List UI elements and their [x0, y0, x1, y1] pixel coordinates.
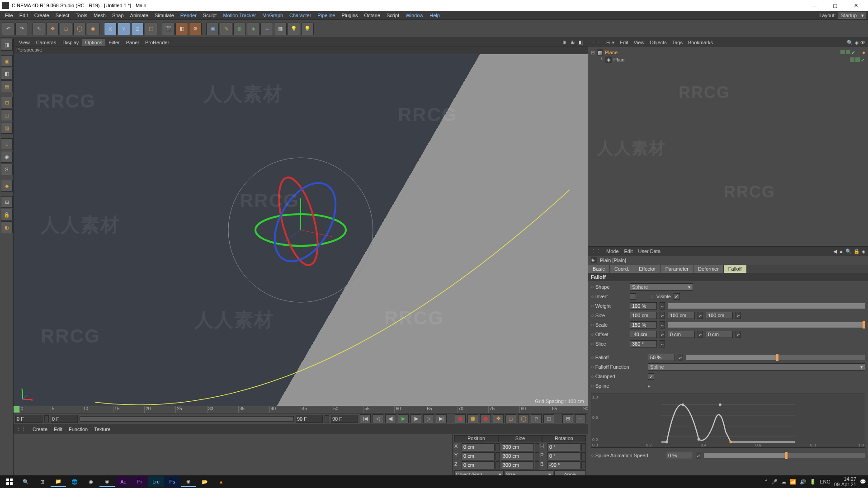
objmgr-search-icon[interactable]: 🔍 — [847, 40, 853, 46]
taskbar-edge[interactable]: 🌐 — [67, 476, 82, 487]
key-scale-button[interactable]: □ — [505, 414, 516, 423]
minimize-button[interactable]: — — [804, 0, 825, 11]
falloff2-slider[interactable] — [686, 355, 865, 360]
move-tool[interactable]: ✥ — [46, 23, 59, 35]
timeline-dope-button[interactable]: ≡ — [575, 414, 586, 423]
objmgr-objects[interactable]: Objects — [650, 40, 666, 45]
workplane-mode[interactable]: ▤ — [1, 80, 13, 92]
attrmgr-mode[interactable]: Mode — [606, 249, 619, 254]
spline-expand-icon[interactable]: ▸ — [648, 383, 651, 389]
scale-input[interactable]: 150 % — [630, 321, 657, 328]
key-param-button[interactable]: P — [531, 414, 542, 423]
coord-rot-Y[interactable]: 0 ° — [547, 452, 580, 460]
tab-effector[interactable]: Effector — [634, 265, 661, 273]
weight-input[interactable]: 100 % — [630, 302, 657, 310]
add-deformer[interactable]: ◈ — [247, 23, 259, 35]
menu-create[interactable]: Create — [31, 12, 52, 19]
spline-graph[interactable]: 1.0 0.6 0.2 0.0 0.2 0.4 0.6 0.8 1.0 — [591, 394, 865, 448]
record-button[interactable] — [455, 414, 466, 423]
model-mode[interactable]: ▣ — [1, 55, 13, 67]
x-axis-lock[interactable]: X — [104, 23, 117, 35]
render-view[interactable]: 🎬 — [162, 23, 175, 35]
timeline-ruler[interactable]: 051015202530354045505560657075808590 — [14, 406, 588, 413]
render-settings[interactable]: ⚙ — [189, 23, 202, 35]
tab-coord[interactable]: Coord. — [610, 265, 634, 273]
tab-deformer[interactable]: Deformer — [693, 265, 724, 273]
tray-clock[interactable]: 14:27 09-Apr-21 — [834, 476, 856, 487]
next-key-button[interactable]: ▷ — [423, 414, 434, 423]
key-pla-button[interactable]: ◫ — [543, 414, 554, 423]
size-x-input[interactable]: 100 cm — [630, 312, 657, 319]
tab-parameter[interactable]: Parameter — [661, 265, 693, 273]
menu-simulate[interactable]: Simulate — [151, 12, 177, 19]
attr-back-icon[interactable]: ◀ — [833, 249, 837, 254]
keyframe-sel-button[interactable] — [480, 414, 491, 423]
coord-size-X[interactable]: 300 cm — [501, 443, 534, 451]
taskbar-explorer[interactable]: 📁 — [51, 476, 66, 487]
taskbar-ae[interactable]: Ae — [116, 476, 131, 487]
clamped-checkbox[interactable]: ✓ — [648, 373, 654, 380]
objmgr-filter-icon[interactable]: ◈ — [855, 40, 859, 46]
menu-select[interactable]: Select — [52, 12, 73, 19]
snap-toggle[interactable]: S — [1, 164, 13, 175]
coord-size-Y[interactable]: 300 cm — [501, 452, 534, 460]
start-button[interactable] — [2, 476, 17, 487]
menu-pipeline[interactable]: Pipeline — [314, 12, 338, 19]
undo-button[interactable]: ↶ — [2, 23, 14, 35]
taskbar-folder[interactable]: 📂 — [197, 476, 212, 487]
coord-pos-Y[interactable]: 0 cm — [462, 452, 495, 460]
step-fwd-button[interactable]: |▶ — [410, 414, 421, 423]
range-end-input[interactable] — [331, 415, 358, 423]
menu-window[interactable]: Window — [402, 12, 426, 19]
tab-basic[interactable]: Basic — [588, 265, 610, 273]
prev-key-button[interactable]: ◁ — [373, 414, 383, 423]
key-pos-button[interactable]: ✥ — [493, 414, 504, 423]
size-z-input[interactable]: 100 cm — [706, 312, 733, 319]
vp-prorender[interactable]: ProRender — [142, 39, 172, 46]
tray-onedrive-icon[interactable]: ☁ — [781, 479, 786, 485]
add-camera[interactable]: ▦ — [274, 23, 287, 35]
menu-motion-tracker[interactable]: Motion Tracker — [220, 12, 259, 19]
menu-snap[interactable]: Snap — [109, 12, 127, 19]
attr-up-icon[interactable]: ▲ — [839, 249, 844, 254]
material-area[interactable] — [14, 434, 452, 475]
vp-panel[interactable]: Panel — [123, 39, 142, 46]
recent-tool[interactable]: ◉ — [87, 23, 99, 35]
size-y-input[interactable]: 100 cm — [668, 312, 695, 319]
invert-checkbox[interactable] — [630, 293, 636, 300]
extra-tool[interactable]: ◐ — [1, 221, 13, 233]
viewport-solo[interactable]: ⊞ — [1, 196, 13, 208]
taskbar-vlc[interactable]: ▲ — [213, 476, 229, 487]
search-button[interactable]: 🔍 — [18, 476, 33, 487]
menu-help[interactable]: Help — [426, 12, 443, 19]
tray-lang[interactable]: ENG — [820, 479, 830, 484]
tray-notifications-icon[interactable]: 💬 — [860, 479, 866, 485]
tray-wifi-icon[interactable]: 📶 — [790, 479, 796, 485]
rotate-tool[interactable]: ◯ — [73, 23, 86, 35]
objmgr-edit[interactable]: Edit — [620, 40, 628, 45]
menu-render[interactable]: Render — [177, 12, 200, 19]
scale-slider[interactable] — [668, 322, 865, 328]
menu-octane[interactable]: Octane — [361, 12, 383, 19]
attr-new-icon[interactable]: ◈ — [862, 249, 865, 254]
menu-file[interactable]: File — [2, 12, 16, 19]
tray-battery-icon[interactable]: 🔋 — [810, 479, 816, 485]
maximize-button[interactable]: ▢ — [825, 0, 845, 11]
matmgr-edit[interactable]: Edit — [54, 427, 62, 432]
coord-pos-Z[interactable]: 0 cm — [462, 461, 495, 469]
attrmgr-userdata[interactable]: User Data — [638, 249, 661, 254]
weight-slider[interactable] — [668, 303, 865, 309]
timeline-options-button[interactable]: ⊞ — [562, 414, 573, 423]
time-slider[interactable] — [80, 416, 294, 422]
current-frame-input[interactable] — [51, 415, 78, 423]
z-axis-lock[interactable]: Z — [131, 23, 144, 35]
matmgr-handle[interactable]: ⋮⋮ — [16, 426, 26, 432]
weight-spinner[interactable]: ▴▾ — [660, 302, 665, 310]
offset-z-input[interactable]: 0 cm — [706, 331, 733, 338]
redo-button[interactable]: ↷ — [15, 23, 28, 35]
start-frame-input[interactable] — [15, 415, 42, 423]
taskbar-chrome[interactable]: ◉ — [99, 476, 115, 487]
tray-mic-icon[interactable]: 🎤 — [771, 479, 778, 485]
vp-view[interactable]: View — [16, 39, 33, 46]
goto-end-button[interactable]: ▶| — [436, 414, 447, 423]
